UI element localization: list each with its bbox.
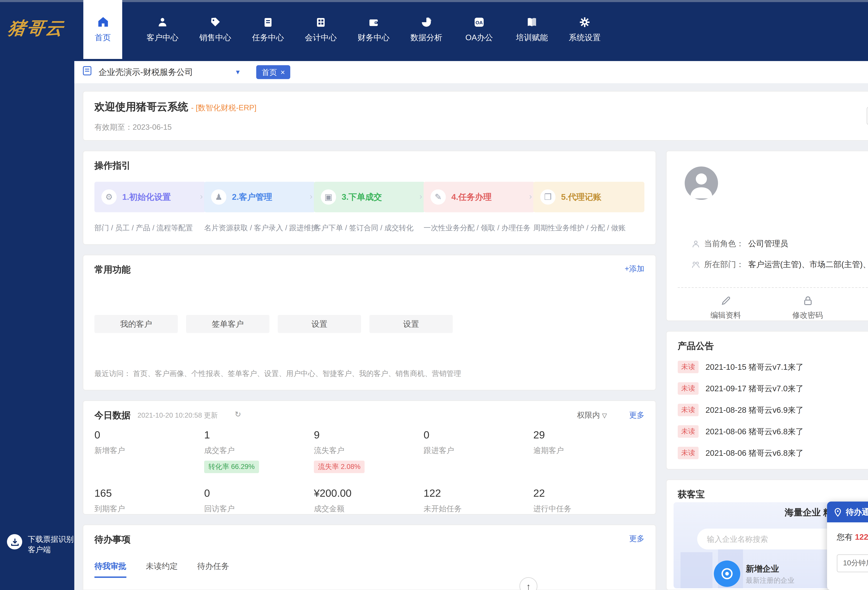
tab-unread-appointments[interactable]: 未读约定 [146, 561, 178, 572]
open-tab-home[interactable]: 首页 × [256, 65, 291, 79]
download-label: 下载票据识别 客户端 [28, 534, 74, 555]
close-icon[interactable]: × [280, 68, 285, 76]
nav-tab-accounting-center[interactable]: 会计中心 [294, 0, 347, 59]
guide-step-customer[interactable]: ♟2.客户管理 [204, 182, 315, 212]
department-row: 所在部门： 客户运营(主管)、市场二部(主管)、市场一部(主管)、... [692, 259, 868, 270]
announcement-item[interactable]: 未读2021-10-15 猪哥云v7.1来了 [678, 361, 804, 373]
popup-message: 您有 122 条待办任务，立即查看 [837, 532, 868, 543]
edit-profile-button[interactable]: 编辑资料 [684, 296, 767, 321]
welcome-subtitle: - [数智化财税-ERP] [191, 103, 257, 112]
person-icon: ♟ [211, 189, 226, 205]
gear-icon: ⚙ [101, 189, 117, 205]
nav-tab-task-center[interactable]: 任务中心 [242, 0, 294, 59]
nav-tab-training[interactable]: 培训赋能 [505, 0, 558, 59]
quick-button-settings-2[interactable]: 设置 [369, 315, 453, 333]
download-line1: 下载票据识别 [28, 535, 74, 543]
book-icon: ❐ [540, 189, 555, 205]
todo-more-link[interactable]: 更多 [629, 533, 644, 544]
app-logo: 猪哥云 [7, 17, 66, 40]
todo-title: 待办事项 [94, 533, 131, 546]
action-label: 修改密码 [792, 310, 823, 321]
quick-button-my-customers[interactable]: 我的客户 [94, 315, 178, 333]
announcements-card: 产品公告 更多 未读2021-10-15 猪哥云v7.1来了 未读2021-09… [666, 331, 868, 469]
guide-step-task[interactable]: ✎4.任务办理 [424, 182, 535, 212]
guide-step-order[interactable]: ▣3.下单成交 [314, 182, 425, 212]
gear-icon [579, 16, 590, 27]
nav-tab-data-analysis[interactable]: 数据分析 [400, 0, 453, 59]
tab-todo-tasks[interactable]: 待办任务 [197, 561, 229, 572]
nav-tab-label: 首页 [95, 32, 111, 43]
announcement-item[interactable]: 未读2021-08-28 猪哥云v6.9来了 [678, 404, 804, 416]
svg-text:OA: OA [475, 20, 483, 25]
arrow-right-icon: › [529, 191, 532, 201]
add-function-button[interactable]: +添加 [624, 263, 644, 274]
today-title: 今日数据 [94, 409, 131, 422]
stat-overdue-customers: 29逾期客户 [533, 429, 643, 456]
quick-button-settings-1[interactable]: 设置 [278, 315, 361, 333]
scope-filter[interactable]: 权限内 ▽ [577, 410, 607, 420]
nav-tab-sales-center[interactable]: 销售中心 [189, 0, 242, 59]
guide-step-init[interactable]: ⚙1.初始化设置 [94, 182, 205, 212]
guide-step-bookkeeping[interactable]: ❐5.代理记账 [533, 182, 644, 212]
recent-label: 最近访问： [94, 369, 131, 377]
change-password-button[interactable]: 修改密码 [766, 296, 849, 321]
unread-badge: 未读 [678, 447, 698, 459]
todo-card: 待办事项 更多 待我审批 未读约定 待办任务 [83, 524, 656, 590]
company-selector[interactable]: 企业壳演示-财税服务公司 [99, 66, 193, 78]
announcement-item[interactable]: 未读2021-08-06 猪哥云v6.8来了 [678, 447, 804, 459]
new-company-icon[interactable] [714, 561, 740, 587]
unread-badge: 未读 [678, 382, 698, 395]
download-client-button[interactable]: 下载票据识别 客户端 [7, 534, 74, 555]
nav-tab-label: 会计中心 [305, 32, 337, 43]
announcement-text: 2021-10-15 猪哥云v7.1来了 [706, 362, 804, 372]
unread-badge: 未读 [678, 361, 698, 373]
welcome-card: 欢迎使用猪哥云系统 - [数智化财税-ERP] 有效期至：2023-06-15 … [83, 91, 868, 141]
nav-tab-settings[interactable]: 系统设置 [558, 0, 611, 59]
guide-step-label: 1.初始化设置 [122, 191, 171, 203]
lead-finder-title: 获客宝 [678, 488, 705, 501]
refresh-icon[interactable]: ↻ [235, 410, 241, 419]
customize-layout-button[interactable]: ◎ 自定义布局 [867, 107, 868, 125]
nav-tab-finance-center[interactable]: 财务中心 [347, 0, 400, 59]
stat-followup-customers: 0跟进客户 [424, 429, 533, 456]
guide-step-label: 4.任务办理 [451, 191, 492, 203]
cart-icon: ▣ [321, 189, 336, 205]
common-functions-title: 常用功能 [94, 263, 131, 276]
quick-button-signed-customers[interactable]: 签单客户 [186, 315, 269, 333]
nav-tab-label: 任务中心 [252, 32, 284, 43]
company-bar: 企业壳演示-财税服务公司 ▼ 首页 × [74, 61, 868, 83]
today-data-card: 今日数据 2021-10-20 10:20:58 更新 ↻ 权限内 ▽ 更多 0… [83, 400, 656, 515]
unread-badge: 未读 [678, 425, 698, 438]
guide-step-caption: 部门 / 员工 / 产品 / 流程等配置 [94, 224, 193, 233]
nav-tab-home[interactable]: 首页 [83, 0, 122, 59]
popup-header: 待办通知弹窗 [827, 502, 868, 522]
avatar [685, 166, 718, 200]
tab-pending-approval[interactable]: 待我审批 [94, 561, 126, 572]
nav-tab-label: 数据分析 [410, 32, 442, 43]
profile-card: 当前角色： 公司管理员 所在部门： 客户运营(主管)、市场二部(主管)、市场一部… [666, 150, 868, 321]
zhugeyun-dashboard: 猪哥云 首页 客户中心 销售中心 任务中心 会计中心 财务中心 数据分析 OA … [0, 0, 868, 590]
remind-later-select[interactable]: 10分钟后提醒 ∨ [837, 554, 868, 572]
doc-icon: ✎ [431, 189, 446, 205]
scope-label: 权限内 [577, 410, 600, 419]
announcement-text: 2021-09-17 猪哥云v7.0来了 [706, 383, 804, 394]
nav-tab-label: 客户中心 [146, 32, 179, 43]
bind-phone-button[interactable]: 绑定手机 [848, 296, 868, 321]
pie-chart-icon [421, 16, 432, 27]
announcement-item[interactable]: 未读2021-08-06 猪哥云v6.8来了 [678, 425, 804, 438]
guide-title: 操作指引 [94, 160, 131, 172]
msg-prefix: 您有 [837, 533, 855, 541]
announcement-item[interactable]: 未读2021-09-17 猪哥云v7.0来了 [678, 382, 804, 395]
nav-tab-label: OA办公 [465, 32, 493, 43]
new-company-label[interactable]: 新增企业 [746, 563, 779, 575]
guide-step-caption: 一次性业务分配 / 领取 / 办理任务 [424, 224, 530, 233]
recent-visits[interactable]: 最近访问： 首页、客户画像、个性报表、签单客户、设置、用户中心、智捷客户、我的客… [94, 369, 461, 379]
guide-step-label: 3.下单成交 [342, 191, 382, 203]
company-caret-icon[interactable]: ▼ [235, 69, 241, 76]
clipboard-icon [263, 16, 274, 27]
today-more-link[interactable]: 更多 [629, 410, 644, 420]
divider [678, 287, 868, 288]
nav-tab-customer-center[interactable]: 客户中心 [136, 0, 189, 59]
nav-tab-oa-office[interactable]: OA OA办公 [453, 0, 505, 59]
org-icon [692, 260, 700, 269]
